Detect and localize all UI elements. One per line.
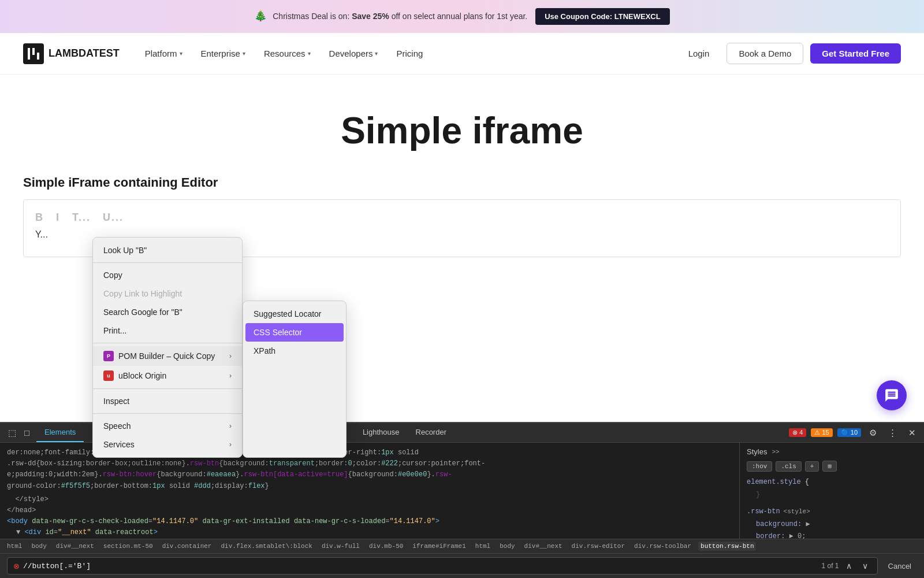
- banner-bold: Save 25%: [352, 12, 389, 21]
- context-menu-overlay: Look Up "B" Copy Copy Link to Highlight …: [92, 237, 346, 275]
- nav-resources-label: Resources: [264, 49, 305, 58]
- nav-developers[interactable]: Developers ▾: [321, 44, 386, 63]
- nav-links: Platform ▾ Enterprise ▾ Resources ▾ Deve…: [137, 44, 678, 63]
- iframe-toolbar: B I T... U...: [35, 212, 889, 224]
- nav-right: Login Book a Demo Get Started Free: [678, 43, 901, 64]
- coupon-button[interactable]: Use Coupon Code: LTNEWEXCL: [535, 8, 670, 25]
- page-title: Simple iframe: [23, 109, 901, 152]
- book-demo-button[interactable]: Book a Demo: [726, 43, 803, 64]
- chevron-down-icon: ▾: [375, 50, 378, 57]
- get-started-button[interactable]: Get Started Free: [810, 43, 901, 64]
- chevron-down-icon: ▾: [308, 50, 311, 57]
- nav-pricing-label: Pricing: [396, 49, 423, 58]
- banner-text: Christmas Deal is on: Save 25% off on se…: [273, 12, 527, 21]
- logo-text: LAMBDATEST: [49, 47, 120, 60]
- promo-banner: 🎄 Christmas Deal is on: Save 25% off on …: [0, 0, 924, 33]
- nav-developers-label: Developers: [329, 49, 373, 58]
- nav-pricing[interactable]: Pricing: [388, 44, 431, 63]
- chevron-down-icon: ▾: [180, 50, 182, 57]
- section-subtitle: Simple iFrame containing Editor: [23, 175, 901, 190]
- banner-text-after: off on select annual plans for 1st year.: [389, 12, 527, 21]
- navbar: LAMBDATEST Platform ▾ Enterprise ▾ Resou…: [0, 33, 924, 75]
- nav-enterprise-label: Enterprise: [201, 49, 240, 58]
- nav-resources[interactable]: Resources ▾: [256, 44, 319, 63]
- ctx-lookup[interactable]: Look Up "B": [93, 241, 242, 260]
- chevron-down-icon: ▾: [243, 50, 245, 57]
- nav-platform[interactable]: Platform ▾: [137, 44, 191, 63]
- banner-emoji: 🎄: [254, 10, 267, 21]
- nav-platform-label: Platform: [145, 49, 177, 58]
- logo[interactable]: LAMBDATEST: [23, 43, 120, 64]
- login-button[interactable]: Login: [678, 44, 720, 63]
- nav-enterprise[interactable]: Enterprise ▾: [193, 44, 254, 63]
- ctx-copy[interactable]: Copy: [93, 266, 242, 275]
- context-menu: Look Up "B" Copy Copy Link to Highlight …: [92, 237, 243, 275]
- logo-icon: [23, 43, 44, 64]
